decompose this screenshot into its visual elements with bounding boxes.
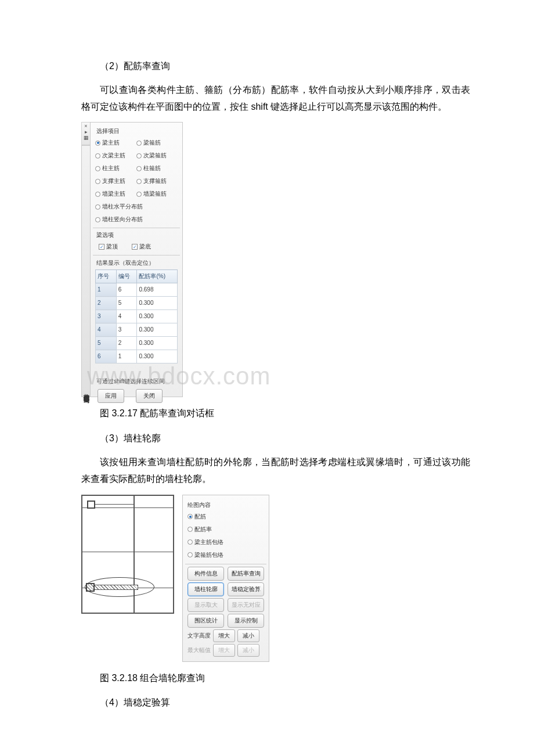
show-max-button: 显示取大 xyxy=(187,598,224,612)
table-row[interactable]: 160.698 xyxy=(96,283,178,297)
col-ratio: 配筋率(%) xyxy=(137,270,178,283)
radio-梁主筋包络[interactable]: 梁主筋包络 xyxy=(187,536,264,549)
text-height-label: 文字高度 xyxy=(187,631,211,641)
section-3-para: 该按钮用来查询墙柱配筋时的外轮廓，当配筋时选择考虑端柱或翼缘墙时，可通过该功能来… xyxy=(81,454,470,488)
radio-配筋率[interactable]: 配筋率 xyxy=(187,523,264,536)
col-id: 编号 xyxy=(116,270,137,283)
checkbox-beam-top[interactable]: ✓梁顶 xyxy=(99,242,118,252)
table-row[interactable]: 340.300 xyxy=(96,310,178,323)
result-label: 结果显示（双击定位） xyxy=(96,258,178,268)
radio-支撑主筋[interactable]: 支撑主筋 xyxy=(95,175,136,188)
zone-stats-button[interactable]: 围区统计 xyxy=(187,614,224,628)
table-row[interactable]: 250.300 xyxy=(96,297,178,310)
panel-close-strip[interactable]: × ▸ ▦ xyxy=(81,122,90,145)
radio-次梁箍筋[interactable]: 次梁箍筋 xyxy=(136,149,178,162)
apply-button[interactable]: 应用 xyxy=(98,389,124,403)
menu-icon[interactable]: ▦ xyxy=(84,135,89,141)
radio-次梁主筋[interactable]: 次梁主筋 xyxy=(95,149,136,162)
radio-支撑箍筋[interactable]: 支撑箍筋 xyxy=(136,175,178,188)
col-index: 序号 xyxy=(96,270,117,283)
drawing-options-panel: 绘图内容 配筋配筋率梁主筋包络梁箍筋包络 构件信息 配筋率查询 墙柱轮廓 墙稳定… xyxy=(182,495,269,662)
show-unmatched-button: 显示无对应 xyxy=(228,598,264,612)
checkbox-label: 梁顶 xyxy=(106,242,118,252)
wall-outline-button[interactable]: 墙柱轮廓 xyxy=(187,582,224,596)
hint-text: 可通过shift键选择连续区间 xyxy=(96,376,178,387)
radio-墙梁箍筋[interactable]: 墙梁箍筋 xyxy=(136,188,178,200)
section-2-para: 可以查询各类构件主筋、箍筋（分布筋）配筋率，软件自动按从大到小顺序排序，双击表格… xyxy=(81,82,470,116)
decrease-button[interactable]: 减小 xyxy=(237,629,259,642)
result-table[interactable]: 序号 编号 配筋率(%) 160.698250.300340.300430.30… xyxy=(95,269,178,363)
radio-梁箍筋[interactable]: 梁箍筋 xyxy=(136,136,178,149)
section-3-heading: （3）墙柱轮廓 xyxy=(81,430,470,447)
checkbox-label: 梁底 xyxy=(139,242,151,252)
caption-3-2-18: 图 3.2.18 组合墙轮廓查询 xyxy=(81,670,470,687)
beam-sub-label: 梁选项 xyxy=(96,230,178,240)
table-row[interactable]: 520.300 xyxy=(96,337,178,350)
increase-button-disabled: 增大 xyxy=(213,644,235,657)
radio-柱主筋[interactable]: 柱主筋 xyxy=(95,162,136,175)
table-row[interactable]: 430.300 xyxy=(96,323,178,337)
reinforcement-query-panel: 选择项目 梁主筋梁箍筋次梁主筋次梁箍筋柱主筋柱箍筋支撑主筋支撑箍筋墙梁主筋墙梁箍… xyxy=(90,122,183,397)
table-row[interactable]: 610.300 xyxy=(96,350,178,363)
panel-title: 构件配筋率查询 xyxy=(81,145,90,397)
max-amplitude-label: 最大幅值 xyxy=(187,645,211,656)
radio-配筋[interactable]: 配筋 xyxy=(187,510,264,523)
radio-墙梁主筋[interactable]: 墙梁主筋 xyxy=(95,188,136,200)
select-group-label: 选择项目 xyxy=(96,126,178,136)
radio-墙柱竖向分布筋[interactable]: 墙柱竖向分布筋 xyxy=(95,213,178,226)
radio-墙柱水平分布筋[interactable]: 墙柱水平分布筋 xyxy=(95,200,178,213)
section-2-heading: （2）配筋率查询 xyxy=(81,58,470,75)
section-4-heading: （4）墙稳定验算 xyxy=(81,694,470,711)
caption-3-2-17: 图 3.2.17 配筋率查询对话框 xyxy=(81,405,470,422)
increase-button[interactable]: 增大 xyxy=(213,629,235,642)
decrease-button-disabled: 减小 xyxy=(237,644,259,657)
radio-柱箍筋[interactable]: 柱箍筋 xyxy=(136,162,178,175)
figure-3-2-17: www.bdocx.com × ▸ ▦ 构件配筋率查询 选择项目 梁主筋梁箍筋次… xyxy=(81,122,470,397)
wall-stability-button[interactable]: 墙稳定验算 xyxy=(228,582,264,596)
checkbox-beam-bottom[interactable]: ✓梁底 xyxy=(132,242,151,252)
radio-梁箍筋包络[interactable]: 梁箍筋包络 xyxy=(187,549,264,561)
display-control-button[interactable]: 显示控制 xyxy=(228,614,264,628)
figure-3-2-18: 绘图内容 配筋配筋率梁主筋包络梁箍筋包络 构件信息 配筋率查询 墙柱轮廓 墙稳定… xyxy=(81,495,470,662)
component-info-button[interactable]: 构件信息 xyxy=(187,567,224,581)
radio-梁主筋[interactable]: 梁主筋 xyxy=(95,136,136,149)
wall-outline-diagram xyxy=(81,495,174,614)
close-button[interactable]: 关闭 xyxy=(136,389,163,403)
draw-group-label: 绘图内容 xyxy=(187,500,264,510)
ratio-query-button[interactable]: 配筋率查询 xyxy=(228,567,264,581)
